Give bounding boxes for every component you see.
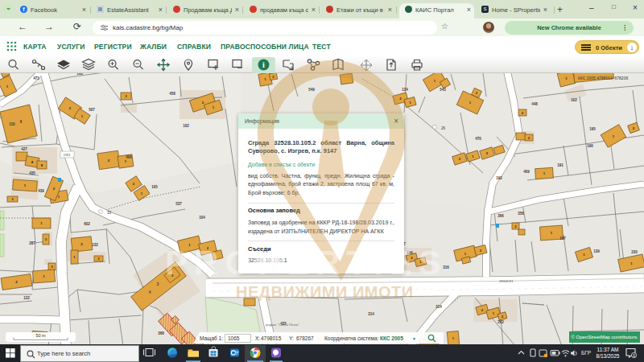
svg-text:1: 1 xyxy=(633,354,635,358)
